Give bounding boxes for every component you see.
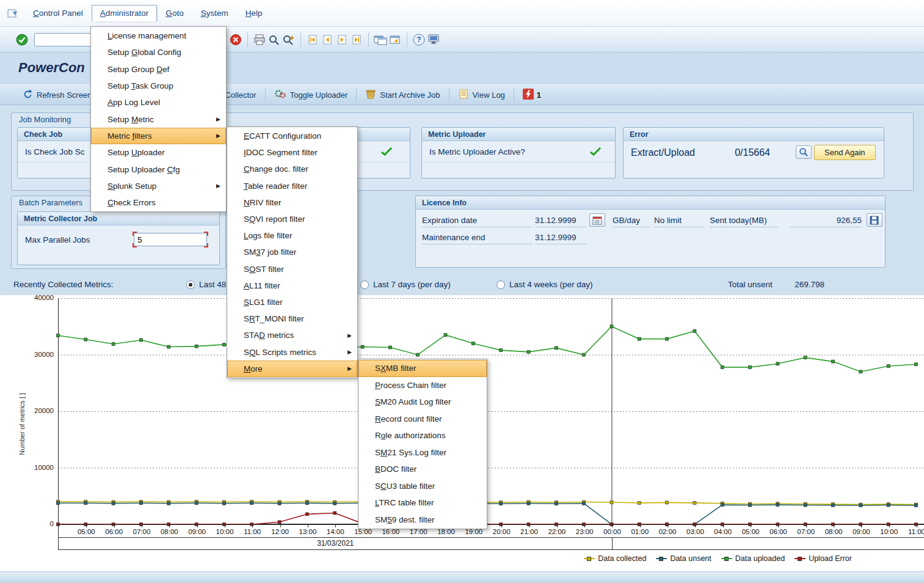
menu-item-label: Check Errors [107,198,156,207]
customize-layout-icon[interactable] [426,32,441,47]
submenu-arrow-icon: ▶ [216,183,220,189]
menu-item-bdoc-filter[interactable]: BDOC filter [358,461,487,478]
sent-today-value: 926,55 [790,216,862,227]
menu-item-al11-filter[interactable]: AL11 filter [227,277,357,294]
x-tick-mark [778,525,779,527]
menu-item-label: Help [246,9,263,18]
legend-label: Data unsent [670,554,711,563]
menu-item-label: AL11 filter [244,281,280,290]
menu-item-administrator[interactable]: Administrator [92,5,158,21]
menu-item-more[interactable]: More▶ [227,361,357,377]
previous-page-icon[interactable] [320,32,335,47]
expiration-date-value: 31.12.9999 [535,216,587,227]
menu-item-setup-uploader-cfg[interactable]: Setup Uploader Cfg [91,161,226,177]
print-icon[interactable] [252,32,267,47]
selection-corner [204,232,208,236]
last-page-icon[interactable] [349,32,364,47]
refresh-screen-button[interactable]: Refresh Screen [16,85,98,105]
menu-item-slg1-filter[interactable]: SLG1 filter [227,294,357,310]
metric-collector-job-header: Metric Collector Job [18,212,219,226]
export-save-button[interactable] [867,213,882,227]
status-strip [0,571,924,583]
menu-item-change-doc-filter[interactable]: Change doc. filter [227,161,357,177]
menu-item-process-chain-filter[interactable]: Process Chain filter [358,377,487,394]
menu-item-stad-metrics[interactable]: STAD metrics▶ [227,327,357,343]
menu-item-license-management[interactable]: License management [91,28,226,44]
menu-item-sost-filter[interactable]: SOST filter [227,261,357,277]
next-page-icon[interactable] [335,32,349,47]
menu-item-sm20-audit-log-filter[interactable]: SM20 Audit Log filter [358,394,487,411]
menu-item-system[interactable]: System [192,5,237,21]
legend-item: Data collected [584,554,646,563]
menu-item-sm37-job-filter[interactable]: SM37 job filter [227,244,357,260]
menu-item-srt-moni-filter[interactable]: SRT_MONI filter [227,310,357,327]
toggle-uploader-button[interactable]: Toggle Uploader [268,85,354,105]
create-shortcut-icon[interactable] [388,32,402,47]
max-parallel-jobs-input[interactable] [134,233,207,246]
x-tick-mark [252,525,253,527]
calendar-button[interactable] [589,213,605,227]
new-session-icon[interactable] [373,32,388,47]
enter-icon[interactable] [15,32,29,47]
menu-item-label: More [244,364,263,373]
menu-item-ltrc-table-filter[interactable]: LTRC table filter [358,494,487,512]
menu-item-sm21-sys-log-filter[interactable]: SM21 Sys.Log filter [358,444,487,461]
log-icon [458,89,469,101]
expiration-date-label: Expiration date [422,216,532,227]
menu-item-label: Setup Global Config [107,48,181,57]
start-archive-job-button[interactable]: Start Archive Job [359,85,446,105]
more-submenu: SXMB filterProcess Chain filterSM20 Audi… [358,359,487,529]
menu-item-table-reader-filter[interactable]: Table reader filter [227,178,357,194]
menu-item-scu3-table-filter[interactable]: SCU3 table filter [358,478,487,495]
menu-item-idoc-segment-filter[interactable]: IDOC Segment filter [227,144,357,161]
find-next-icon[interactable] [282,32,296,47]
menu-item-control-panel[interactable]: Control Panel [24,5,92,21]
menu-item-setup-group-def[interactable]: Setup Group Def [91,61,226,78]
menu-item-check-errors[interactable]: Check Errors [91,194,226,211]
menu-item-label: LTRC table filter [375,498,434,507]
help-icon[interactable]: ? [412,32,426,47]
x-axis-tick: 11:00 [244,528,261,535]
error-alert[interactable]: 1 [523,89,541,101]
menu-item-role-authorizations[interactable]: Role authorizations [358,427,487,444]
menu-item-sm59-dest-filter[interactable]: SM59 dest. filter [358,512,487,529]
menu-item-setup-metric[interactable]: Setup Metric▶ [91,111,226,127]
menu-item-sqvi-report-filter[interactable]: SQVI report filter [227,211,357,227]
find-icon[interactable] [267,32,282,47]
menu-item-label: System [201,9,228,18]
menu-item-label: SM20 Audit Log filter [375,397,451,406]
menu-item-record-count-filter[interactable]: Record count filter [358,411,487,428]
menu-item-setup-task-group[interactable]: Setup Task Group [91,78,226,94]
cancel-icon[interactable] [228,32,243,47]
metric-uploader-panel: Metric Uploader Is Metric Uploader Activ… [421,127,616,178]
x-axis-tick: 21:00 [520,528,538,535]
option-last-48-hours[interactable]: Last 48 [186,280,226,289]
legend-item: Upload Error [795,554,852,563]
option-last-7-days[interactable]: Last 7 days (per day) [360,280,451,289]
archive-icon [365,89,376,101]
gb-day-value: No limit [654,216,704,227]
first-page-icon[interactable] [305,32,320,47]
menu-item-ecatt-configuration[interactable]: ECATT Configuration [227,128,357,144]
menu-item-metric-filters[interactable]: Metric filters▶ [91,128,226,144]
x-tick-mark [751,525,751,527]
detail-search-button[interactable] [796,145,812,159]
menu-item-help[interactable]: Help [237,5,271,21]
menu-item-splunk-setup[interactable]: Splunk Setup▶ [91,178,226,194]
send-again-button[interactable]: Send Again [814,145,876,160]
menu-item-goto[interactable]: Goto [157,5,192,21]
success-check-icon [380,147,393,156]
option-last-4-weeks[interactable]: Last 4 weeks (per day) [497,280,593,289]
view-log-button[interactable]: View Log [452,85,511,105]
menu-item-nriv-filter[interactable]: NRIV filter [227,194,357,211]
menu-item-label: Setup Task Group [107,81,173,90]
menu-item-label: IDOC Segment filter [244,148,318,157]
menu-item-setup-uploader[interactable]: Setup Uploader [91,144,226,161]
menu-item-logs-file-filter[interactable]: Logs file filter [227,227,357,244]
x-tick-mark [695,525,696,527]
chart-legend: Data collectedData unsentData uploadedUp… [584,554,852,563]
menu-item-setup-global-config[interactable]: Setup Global Config [91,44,226,61]
menu-item-sql-scripts-metrics[interactable]: SQL Scripts metrics▶ [227,343,357,360]
menu-item-sxmb-filter[interactable]: SXMB filter [358,360,487,377]
menu-item-app-log-level[interactable]: App Log Level [91,94,226,111]
